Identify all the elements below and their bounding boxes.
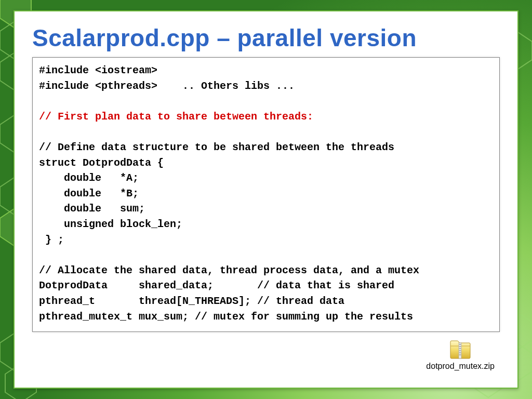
svg-rect-15 xyxy=(459,348,461,349)
code-line: struct DotprodData { xyxy=(39,157,164,169)
code-block: #include <iostream> #include <pthreads> … xyxy=(32,57,500,332)
code-line: } ; xyxy=(39,234,64,246)
svg-rect-13 xyxy=(459,344,461,345)
attachment-filename: dotprod_mutex.zip xyxy=(426,362,495,371)
svg-rect-18 xyxy=(459,354,461,355)
code-line: double sum; xyxy=(39,203,145,215)
code-line: unsigned block_len; xyxy=(39,218,182,230)
code-line: // Define data structure to be shared be… xyxy=(39,141,394,153)
code-line: #include <iostream> xyxy=(39,64,157,76)
code-line: #include <pthreads> .. Others libs ... xyxy=(39,80,295,92)
zip-folder-icon xyxy=(449,340,472,361)
code-line: DotprodData shared_data; // data that is… xyxy=(39,280,394,291)
slide-card: Scalarprod.cpp – parallel version #inclu… xyxy=(14,10,518,389)
code-line: double *A; xyxy=(39,172,139,184)
code-line: pthread_t thread[N_THREADS]; // thread d… xyxy=(39,295,344,307)
svg-rect-16 xyxy=(459,350,461,351)
svg-rect-14 xyxy=(459,346,461,347)
attachment[interactable]: dotprod_mutex.zip xyxy=(426,340,495,371)
code-line: pthread_mutex_t mux_sum; // mutex for su… xyxy=(39,311,413,323)
slide-title: Scalarprod.cpp – parallel version xyxy=(32,24,500,52)
code-line: // Allocate the shared data, thread proc… xyxy=(39,264,419,276)
svg-rect-17 xyxy=(459,352,461,353)
code-line: double *B; xyxy=(39,188,139,200)
code-comment-highlight: // First plan data to share between thre… xyxy=(39,111,313,123)
